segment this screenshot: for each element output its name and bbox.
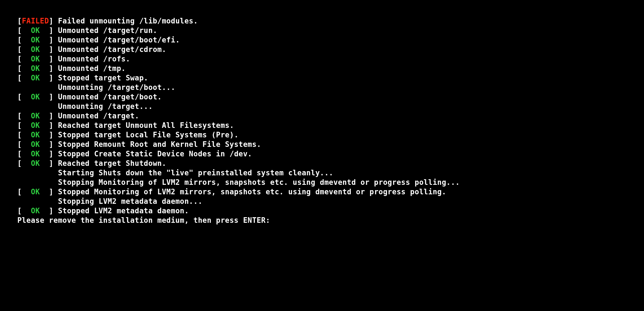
console-message: Unmounted /tmp. [58,64,126,73]
console-message: Stopped Create Static Device Nodes in /d… [58,150,252,158]
console-message: Unmounting /target/boot... [58,83,175,92]
console-line: [ OK ] Unmounted /target. [17,111,644,121]
console-line: [ OK ] Stopped target Local File Systems… [17,130,644,140]
console-message: Stopping LVM2 metadata daemon... [58,197,202,205]
console-message: Unmounting /target... [58,102,153,111]
console-line: [ OK ] Reached target Shutdown. [17,159,644,168]
console-line: Unmounting /target/boot... [17,83,644,92]
console-message: Stopped Remount Root and Kernel File Sys… [58,140,261,149]
console-message: Stopped Monitoring of LVM2 mirrors, snap… [58,188,446,196]
console-message: Unmounted /target. [58,112,139,120]
console-line: [ OK ] Stopped LVM2 metadata daemon. [17,206,644,216]
console-prompt[interactable]: Please remove the installation medium, t… [17,216,644,225]
console-line: [ OK ] Unmounted /target/run. [17,26,644,35]
console-line: [ OK ] Stopped Create Static Device Node… [17,149,644,159]
console-message: Unmounted /target/cdrom. [58,45,166,54]
console-line: [FAILED] Failed unmounting /lib/modules. [17,16,644,26]
console-message: Stopped LVM2 metadata daemon. [58,207,189,215]
console-line: Stopping Monitoring of LVM2 mirrors, sna… [17,178,644,187]
console-message: Reached target Unmount All Filesystems. [58,121,234,130]
console-line: Starting Shuts down the "live" preinstal… [17,168,644,178]
console-message: Unmounted /target/boot. [58,93,162,101]
console-line: Stopping LVM2 metadata daemon... [17,197,644,206]
console-line: [ OK ] Unmounted /target/cdrom. [17,45,644,54]
console-line: [ OK ] Unmounted /rofs. [17,54,644,64]
console-message: Failed unmounting /lib/modules. [58,17,198,25]
console-line: [ OK ] Unmounted /tmp. [17,64,644,73]
console-line: [ OK ] Stopped target Swap. [17,73,644,83]
console-line: [ OK ] Reached target Unmount All Filesy… [17,121,644,130]
console-line: Unmounting /target... [17,102,644,111]
console-line: [ OK ] Stopped Remount Root and Kernel F… [17,140,644,149]
console-line: [ OK ] Unmounted /target/boot/efi. [17,35,644,45]
console-message: Starting Shuts down the "live" preinstal… [58,169,333,177]
console-message: Reached target Shutdown. [58,159,166,168]
console-message: Unmounted /rofs. [58,55,130,63]
console-message: Unmounted /target/boot/efi. [58,36,180,44]
console-line: [ OK ] Stopped Monitoring of LVM2 mirror… [17,187,644,197]
console-message: Stopping Monitoring of LVM2 mirrors, sna… [58,178,460,186]
console-line: [ OK ] Unmounted /target/boot. [17,92,644,102]
console-message: Unmounted /target/run. [58,26,157,35]
boot-console: [FAILED] Failed unmounting /lib/modules.… [0,0,644,225]
console-message: Stopped target Local File Systems (Pre). [58,131,238,139]
console-message: Stopped target Swap. [58,74,148,82]
